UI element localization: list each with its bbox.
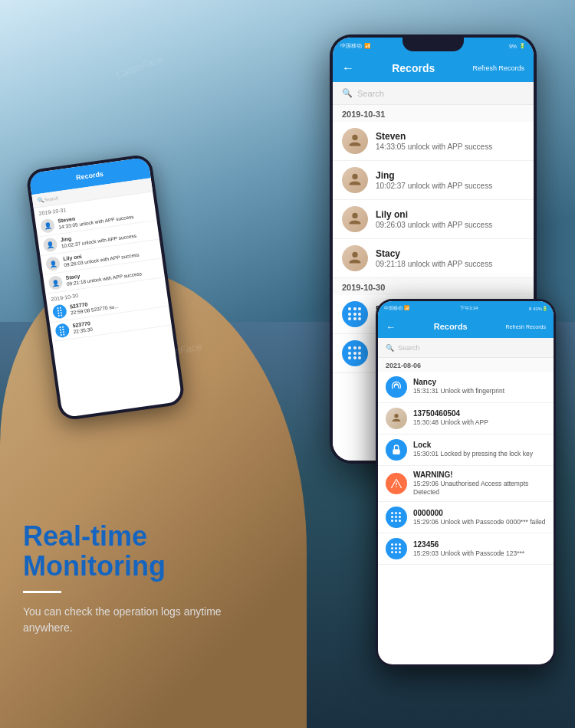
avatar-person <box>342 206 368 232</box>
list-item: Steven 14:33:05 unlock with APP success <box>333 122 534 161</box>
status-left: 中国移动 📶 <box>340 42 371 50</box>
record-detail2: 15:29:06 Unlock with Passcode 0000*** fa… <box>413 518 545 526</box>
refresh-button2[interactable]: Refresh Records <box>505 324 546 330</box>
record-name: Lily oni <box>376 209 524 220</box>
avatar: 👤 <box>40 218 55 234</box>
title-line2: Monitoring <box>23 550 166 582</box>
battery-icon: 🔋 <box>519 43 526 49</box>
avatar: 👤 <box>48 275 63 290</box>
record-info2: Nancy 15:31:31 Unlock with fingerprint <box>413 378 504 395</box>
phone-hand-title: Records <box>76 170 104 182</box>
nav-title: Records <box>392 62 435 74</box>
avatar-grid <box>342 340 368 366</box>
svg-point-2 <box>352 213 357 218</box>
search-input[interactable]: Search <box>357 89 384 98</box>
date-header-2: 2019-10-30 <box>333 278 534 295</box>
list-item: 0000000 15:29:06 Unlock with Passcode 00… <box>378 502 554 533</box>
record-info2: Lock 15:30:01 Locked by pressing the loc… <box>413 441 533 458</box>
phone-second: 中国移动 📶 下午3:34 8 43%🔋 ← Records Refresh R… <box>376 299 556 667</box>
record-name: Steven <box>376 131 524 142</box>
record-name2: 0000000 <box>413 509 545 517</box>
avatar: 👤 <box>45 256 61 271</box>
avatar-person <box>342 245 368 271</box>
avatar-person2 <box>386 408 407 429</box>
list-item: Stacy 09:21:18 unlock with APP success <box>333 239 534 278</box>
avatar-passcode <box>386 507 407 528</box>
record-name2: Lock <box>413 441 533 449</box>
svg-rect-5 <box>393 449 399 454</box>
record-detail: 09:21:18 unlock with APP success <box>376 260 524 268</box>
battery2: 8 43%🔋 <box>529 306 547 311</box>
avatar-grid <box>342 301 368 327</box>
svg-point-4 <box>394 414 398 418</box>
back-button[interactable]: ← <box>342 61 354 75</box>
record-detail2: 15:30:01 Locked by pressing the lock key <box>413 450 533 458</box>
svg-point-3 <box>352 252 357 257</box>
list-item: Lock 15:30:01 Locked by pressing the loc… <box>378 435 554 466</box>
avatar-lock <box>386 439 407 461</box>
avatar-passcode <box>386 538 407 559</box>
record-info2: 13750460504 15:30:48 Unlock with APP <box>413 409 488 427</box>
status-bar2: 中国移动 📶 下午3:34 8 43%🔋 <box>378 301 554 315</box>
list-item: 13750460504 15:30:48 Unlock with APP <box>378 403 554 435</box>
record-name: Jing <box>376 170 524 181</box>
list-item: Lily oni 09:26:03 unlock with APP succes… <box>333 200 534 239</box>
record-detail2: 15:29:03 Unlock with Passcode 123*** <box>413 549 524 558</box>
avatar-person <box>342 128 368 154</box>
record-info2: 123456 15:29:03 Unlock with Passcode 123… <box>413 540 524 558</box>
carrier2: 中国移动 📶 <box>384 305 409 312</box>
record-info: Jing 10:02:37 unlock with APP success <box>376 170 524 190</box>
record-name2: 13750460504 <box>413 409 488 418</box>
search-icon2: 🔍 <box>386 344 394 352</box>
record-info: Steven 14:33:05 unlock with APP success <box>376 131 524 151</box>
avatar-warning <box>386 473 407 494</box>
nav-title2: Records <box>434 322 468 331</box>
avatar-grid: ⣿ <box>52 303 67 319</box>
search-bar2[interactable]: 🔍 Search <box>378 338 554 358</box>
record-detail2: 15:29:06 Unauthorised Access attempts De… <box>413 480 546 497</box>
list-item: Nancy 15:31:31 Unlock with fingerprint <box>378 372 554 403</box>
battery: 9% <box>509 44 517 49</box>
search-placeholder2[interactable]: Search <box>398 344 420 352</box>
record-name2: WARNING! <box>413 471 546 479</box>
record-name2: 123456 <box>413 540 524 549</box>
record-info: Stacy 09:21:18 unlock with APP success <box>376 248 524 268</box>
record-name: Stacy <box>376 248 524 259</box>
back-button2[interactable]: ← <box>386 321 396 333</box>
svg-point-1 <box>352 174 357 179</box>
record-detail2: 15:30:48 Unlock with APP <box>413 418 488 427</box>
phone-notch <box>402 34 464 51</box>
carrier: 中国移动 <box>340 42 362 50</box>
page-title: Real-time Monitoring <box>23 521 238 582</box>
record-info2: WARNING! 15:29:06 Unauthorised Access at… <box>413 471 546 497</box>
record-detail2: 15:31:31 Unlock with fingerprint <box>413 387 504 395</box>
list-item: Jing 10:02:37 unlock with APP success <box>333 161 534 200</box>
search-text-small: Search <box>44 195 59 202</box>
text-content: Real-time Monitoring You can check the o… <box>23 521 238 636</box>
search-icon: 🔍 <box>342 88 353 98</box>
list-item: 123456 15:29:03 Unlock with Passcode 123… <box>378 533 554 565</box>
list-item: WARNING! 15:29:06 Unauthorised Access at… <box>378 466 554 502</box>
wifi-icon: 📶 <box>364 43 371 49</box>
wifi-icon2: 📶 <box>404 306 409 310</box>
nav-bar2: ← Records Refresh Records <box>378 315 554 338</box>
avatar-person <box>342 167 368 193</box>
record-detail: 14:33:05 unlock with APP success <box>376 143 524 151</box>
record-detail: 10:02:37 unlock with APP success <box>376 182 524 190</box>
svg-point-0 <box>352 135 357 140</box>
time2: 下午3:34 <box>460 305 478 312</box>
title-line1: Real-time <box>23 520 147 552</box>
date-header2-1: 2021-08-06 <box>378 358 554 372</box>
nav-bar: ← Records Refresh Records <box>333 54 534 82</box>
title-divider <box>23 591 61 593</box>
record-text: 523770 22:35:30 <box>72 320 94 336</box>
refresh-button[interactable]: Refresh Records <box>472 64 524 72</box>
avatar-fingerprint <box>386 376 407 398</box>
phone-second-screen: 中国移动 📶 下午3:34 8 43%🔋 ← Records Refresh R… <box>378 301 554 664</box>
search-bar[interactable]: 🔍 Search <box>333 82 534 105</box>
record-detail: 09:26:03 unlock with APP success <box>376 221 524 229</box>
record-name2: Nancy <box>413 378 504 386</box>
records-list2: 2021-08-06 Nancy 15:31:31 Unlock with fi… <box>378 358 554 664</box>
page-subtitle: You can check the operation logs anytime… <box>23 604 238 636</box>
record-info: Lily oni 09:26:03 unlock with APP succes… <box>376 209 524 229</box>
